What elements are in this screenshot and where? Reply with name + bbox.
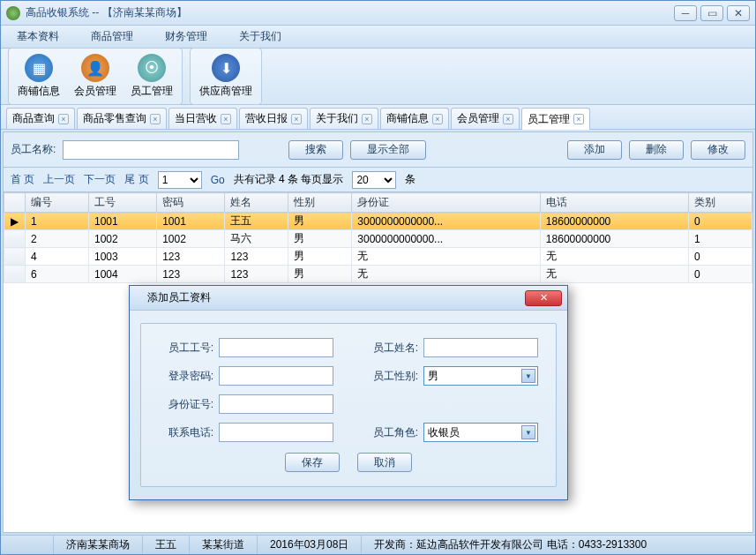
pager-go[interactable]: Go (211, 174, 225, 186)
cell: 1 (688, 230, 752, 248)
input-pwd[interactable] (219, 366, 333, 386)
tool-staff[interactable]: ⦿ 员工管理 (127, 52, 176, 101)
column-header[interactable]: 类别 (688, 193, 752, 213)
table-row[interactable]: 61004123123男无无0 (4, 266, 752, 283)
label-idcard: 身份证号: (157, 397, 213, 412)
input-emp-no[interactable] (219, 338, 333, 357)
column-header[interactable]: 性别 (288, 193, 352, 213)
label-phone: 联系电话: (157, 425, 213, 440)
toolbar-group-2: ⬇ 供应商管理 (190, 48, 262, 105)
showall-button[interactable]: 显示全部 (350, 140, 426, 160)
dialog-cancel-button[interactable]: 取消 (357, 453, 412, 472)
cell: 男 (288, 213, 352, 230)
column-header[interactable]: 姓名 (225, 193, 288, 213)
tab-7[interactable]: 员工管理× (521, 108, 590, 130)
pager-next[interactable]: 下一页 (84, 172, 116, 187)
close-icon[interactable]: × (573, 114, 584, 124)
select-gender[interactable]: 男 ▼ (423, 366, 538, 386)
toolbar-group-1: ▦ 商铺信息 👤 会员管理 ⦿ 员工管理 (8, 48, 183, 105)
filter-name-input[interactable] (63, 140, 239, 160)
menu-basic[interactable]: 基本资料 (1, 26, 75, 48)
cell: 2 (26, 230, 89, 248)
table-row[interactable]: 210021002马六男3000000000000...186000000001 (4, 230, 752, 248)
user-icon: 👤 (81, 54, 109, 82)
pager-page-select[interactable]: 1 (158, 171, 202, 189)
pager-last[interactable]: 尾 页 (124, 172, 148, 187)
column-header[interactable]: 工号 (88, 193, 156, 213)
column-header[interactable]: 密码 (157, 193, 225, 213)
search-button[interactable]: 搜索 (288, 140, 343, 160)
column-header[interactable]: 身份证 (352, 193, 541, 213)
column-header[interactable]: 电话 (540, 193, 688, 213)
row-marker (4, 248, 26, 266)
tab-6[interactable]: 会员管理× (451, 108, 520, 129)
cell: 0 (688, 248, 752, 266)
cell: 无 (540, 248, 688, 266)
tab-5[interactable]: 商铺信息× (380, 108, 449, 129)
tool-label: 会员管理 (74, 84, 116, 99)
menu-finance[interactable]: 财务管理 (149, 26, 223, 48)
filter-bar: 员工名称: 搜索 显示全部 添加 删除 修改 (4, 132, 752, 168)
cell: 无 (352, 248, 541, 266)
tool-shop-info[interactable]: ▦ 商铺信息 (14, 52, 64, 101)
close-icon[interactable]: × (362, 114, 372, 124)
status-date: 2016年03月08日 (258, 536, 362, 554)
tool-supplier[interactable]: ⬇ 供应商管理 (196, 52, 256, 101)
app-icon (6, 6, 20, 20)
close-icon[interactable]: × (291, 114, 302, 124)
tool-member[interactable]: 👤 会员管理 (71, 52, 120, 101)
cell: 1004 (88, 266, 156, 283)
select-gender-value: 男 (428, 369, 438, 384)
close-button[interactable]: ✕ (727, 5, 750, 21)
input-emp-name[interactable] (423, 338, 538, 357)
menu-about[interactable]: 关于我们 (223, 26, 297, 48)
column-header[interactable]: 编号 (26, 193, 89, 213)
table-row[interactable]: ▶110011001王五男3000000000000...18600000000… (4, 213, 752, 230)
maximize-button[interactable]: ▭ (700, 5, 723, 21)
tool-label: 员工管理 (131, 84, 173, 99)
minimize-button[interactable]: ─ (674, 5, 697, 21)
input-phone[interactable] (219, 423, 333, 442)
tab-label: 会员管理 (457, 111, 499, 126)
input-idcard[interactable] (219, 394, 333, 414)
dialog-close-button[interactable]: ✕ (525, 290, 562, 306)
delete-button[interactable]: 删除 (629, 140, 684, 160)
close-icon[interactable]: × (58, 114, 69, 124)
tab-2[interactable]: 当日营收× (168, 108, 237, 129)
close-icon[interactable]: × (150, 114, 161, 124)
menu-product[interactable]: 商品管理 (75, 26, 149, 48)
pager-prev[interactable]: 上一页 (43, 172, 75, 187)
close-icon[interactable]: × (221, 114, 231, 124)
pager-size-select[interactable]: 20 (352, 171, 396, 189)
cell: 18600000000 (540, 213, 688, 230)
pager-first[interactable]: 首 页 (11, 172, 34, 187)
cell: 123 (157, 248, 225, 266)
pager-suffix: 条 (405, 172, 415, 187)
close-icon[interactable]: × (503, 114, 513, 124)
add-button[interactable]: 添加 (567, 140, 622, 160)
cell: 1 (26, 213, 89, 230)
dialog-titlebar[interactable]: 添加员工资料 ✕ (130, 286, 567, 311)
cell: 18600000000 (540, 230, 688, 248)
tab-3[interactable]: 营收日报× (239, 108, 308, 129)
status-street: 某某街道 (190, 536, 258, 554)
main-window: 高品收银系统 -- 【济南某某商场】 ─ ▭ ✕ 基本资料 商品管理 财务管理 … (0, 0, 756, 555)
dialog-save-button[interactable]: 保存 (285, 453, 340, 472)
tab-4[interactable]: 关于我们× (310, 108, 378, 129)
table-row[interactable]: 41003123123男无无0 (4, 248, 752, 266)
edit-button[interactable]: 修改 (691, 140, 745, 160)
select-role[interactable]: 收银员 ▼ (423, 423, 538, 442)
chevron-down-icon: ▼ (521, 369, 535, 383)
app-icon (135, 292, 147, 304)
statusbar: 济南某某商场 王五 某某街道 2016年03月08日 开发商：延边高品软件开发有… (1, 535, 755, 554)
cell: 1002 (157, 230, 225, 248)
label-pwd: 登录密码: (157, 369, 213, 384)
close-icon[interactable]: × (432, 114, 443, 124)
tabstrip: 商品查询×商品零售查询×当日营收×营收日报×关于我们×商铺信息×会员管理×员工管… (1, 105, 755, 130)
row-marker (4, 230, 26, 248)
toolbar: ▦ 商铺信息 👤 会员管理 ⦿ 员工管理 ⬇ 供应商管理 (1, 49, 755, 105)
tab-1[interactable]: 商品零售查询× (77, 108, 167, 129)
tool-label: 商铺信息 (18, 84, 60, 99)
tab-0[interactable]: 商品查询× (6, 108, 75, 129)
tab-label: 当日营收 (175, 111, 217, 126)
